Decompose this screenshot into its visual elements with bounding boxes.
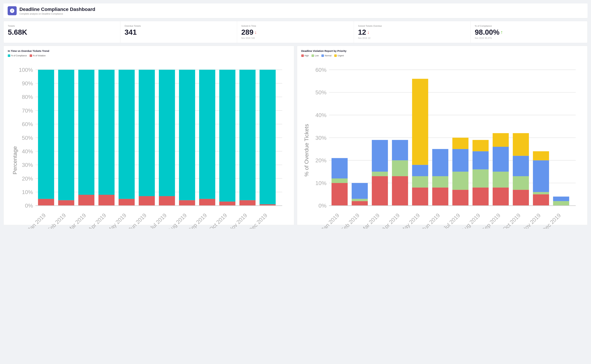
- svg-text:Oct 2019: Oct 2019: [208, 212, 228, 228]
- svg-text:60%: 60%: [315, 67, 326, 73]
- bar2-jun-normal: [432, 149, 448, 176]
- kpi-solved-overdue-label: Solved Tickets Overdue: [358, 25, 466, 27]
- bar2-jul-high: [452, 190, 468, 206]
- svg-text:Oct 2019: Oct 2019: [501, 212, 522, 228]
- bar2-jun-high: [432, 188, 448, 206]
- bar2-nov-urgent: [533, 151, 549, 160]
- svg-text:Jan 2019: Jan 2019: [320, 212, 340, 228]
- bar2-oct-urgent: [513, 133, 529, 156]
- bar-jan-compliance: [38, 70, 54, 199]
- header-text: Deadline Compliance Dashboard Complete a…: [19, 6, 95, 15]
- bar2-apr-normal: [392, 140, 408, 160]
- svg-text:100%: 100%: [19, 67, 33, 73]
- header: Deadline Compliance Dashboard Complete a…: [3, 3, 588, 18]
- legend-high: ✓ High: [301, 54, 309, 57]
- svg-text:90%: 90%: [22, 80, 33, 86]
- bar2-nov-high: [533, 194, 549, 206]
- chart2-y-label: % of Overdue Tickets: [303, 124, 310, 176]
- chart2-svg: % of Overdue Tickets 60% 50% 40%: [301, 60, 583, 221]
- bar-may-violation: [119, 199, 135, 206]
- alert-icon: [10, 8, 15, 13]
- bar2-feb-high: [352, 201, 368, 206]
- bar-jun-violation: [139, 196, 155, 206]
- svg-text:Apr 2019: Apr 2019: [380, 212, 401, 228]
- bar2-sep-normal: [493, 147, 509, 172]
- legend-high-label: High: [305, 54, 309, 57]
- bar-sep-violation: [199, 199, 215, 206]
- header-icon-bg: [8, 6, 17, 15]
- svg-text:Dec 2019: Dec 2019: [541, 212, 562, 228]
- svg-text:Dec 2019: Dec 2019: [247, 212, 268, 228]
- bar2-jan-high: [331, 183, 348, 206]
- kpi-tickets-value: 5.68K: [8, 29, 116, 36]
- legend-low-icon: ✓: [312, 54, 314, 57]
- legend-violation-icon: ✓: [30, 54, 32, 57]
- bar2-nov-low: [533, 192, 549, 194]
- kpi-solved-time-sub: Nov 2019: 546: [241, 37, 350, 39]
- bar-jun-compliance: [139, 70, 155, 196]
- svg-text:80%: 80%: [22, 94, 33, 100]
- chart2-legend: ✓ High ✓ Low ✓ Normal ✓ Urgent: [301, 54, 583, 57]
- svg-text:20%: 20%: [315, 157, 326, 163]
- kpi-solved-overdue-sub: Nov 2019: 22: [358, 37, 466, 39]
- bar2-sep-urgent: [493, 133, 509, 147]
- legend-normal-label: Normal: [325, 54, 331, 57]
- bar-feb-compliance: [58, 70, 74, 200]
- svg-text:Mar 2019: Mar 2019: [360, 212, 381, 228]
- kpi-tickets-label: Tickets: [8, 25, 116, 27]
- kpi-solved-overdue: Solved Tickets Overdue 12 ↓ Nov 2019: 22: [354, 21, 471, 43]
- svg-text:Jul 2019: Jul 2019: [149, 212, 168, 228]
- svg-text:Jun 2019: Jun 2019: [421, 212, 441, 228]
- svg-text:50%: 50%: [22, 135, 33, 141]
- kpi-solved-time-value: 289 ↓: [241, 29, 350, 36]
- kpi-solved-time-arrow: ↓: [254, 30, 257, 35]
- kpi-solved-time: Solved in Time 289 ↓ Nov 2019: 546: [237, 21, 354, 43]
- bar2-may-normal: [412, 165, 428, 176]
- bar2-dec-low: [553, 201, 569, 206]
- bar2-mar-high: [372, 176, 388, 206]
- bar2-may-urgent: [412, 79, 428, 165]
- bar2-apr-low: [392, 160, 408, 176]
- bar-apr-violation: [98, 195, 115, 206]
- chart1-y-label: Percentage: [12, 146, 18, 175]
- bar-jul-violation: [159, 196, 175, 206]
- svg-text:70%: 70%: [22, 108, 33, 114]
- kpi-compliance-value: 98.00% ↑: [475, 29, 583, 36]
- bar2-nov-normal: [533, 160, 549, 192]
- kpi-compliance-sub: Nov 2019: 95.37%: [475, 37, 583, 39]
- svg-text:Apr 2019: Apr 2019: [87, 212, 107, 228]
- svg-text:Feb 2019: Feb 2019: [339, 212, 360, 228]
- bar2-aug-urgent: [472, 140, 488, 151]
- svg-text:Mar 2019: Mar 2019: [66, 212, 87, 228]
- svg-text:May 2019: May 2019: [399, 212, 421, 228]
- bar2-jan-low: [331, 178, 348, 183]
- chart1-title: In Time vs Overdue Tickets Trend: [8, 49, 290, 52]
- legend-normal: ✓ Normal: [321, 54, 331, 57]
- bar2-may-low: [412, 176, 428, 188]
- svg-text:May 2019: May 2019: [106, 212, 128, 228]
- svg-text:30%: 30%: [315, 135, 326, 141]
- svg-text:40%: 40%: [22, 148, 33, 155]
- svg-text:Nov 2019: Nov 2019: [520, 212, 542, 228]
- bar2-oct-high: [513, 190, 529, 206]
- bar-sep-compliance: [199, 70, 215, 199]
- bar-dec-compliance: [260, 70, 276, 204]
- dashboard-title: Deadline Compliance Dashboard: [19, 6, 95, 12]
- kpi-solved-overdue-value: 12 ↓: [358, 29, 466, 36]
- kpi-overdue-value: 341: [124, 29, 233, 36]
- bar2-jan-normal: [331, 158, 348, 178]
- bar2-aug-normal: [472, 151, 488, 169]
- bar2-apr-high: [392, 176, 408, 206]
- bar-jul-compliance: [159, 70, 175, 196]
- chart2-area: % of Overdue Tickets 60% 50% 40%: [301, 60, 583, 221]
- svg-text:Sep 2019: Sep 2019: [187, 212, 208, 228]
- legend-compliance-label: % of Compliance: [11, 54, 27, 57]
- chart2-x-labels: Jan 2019 Feb 2019 Mar 2019 Apr 2019 May …: [320, 212, 562, 228]
- chart2-bars: [331, 79, 569, 206]
- bar2-feb-normal: [352, 183, 368, 199]
- legend-low: ✓ Low: [312, 54, 319, 57]
- kpi-row: Tickets 5.68K Overdue Tickets 341 Solved…: [3, 21, 588, 43]
- bar2-sep-low: [493, 172, 509, 188]
- chart1-card: In Time vs Overdue Tickets Trend ✓ % of …: [3, 46, 294, 225]
- svg-text:10%: 10%: [315, 180, 326, 186]
